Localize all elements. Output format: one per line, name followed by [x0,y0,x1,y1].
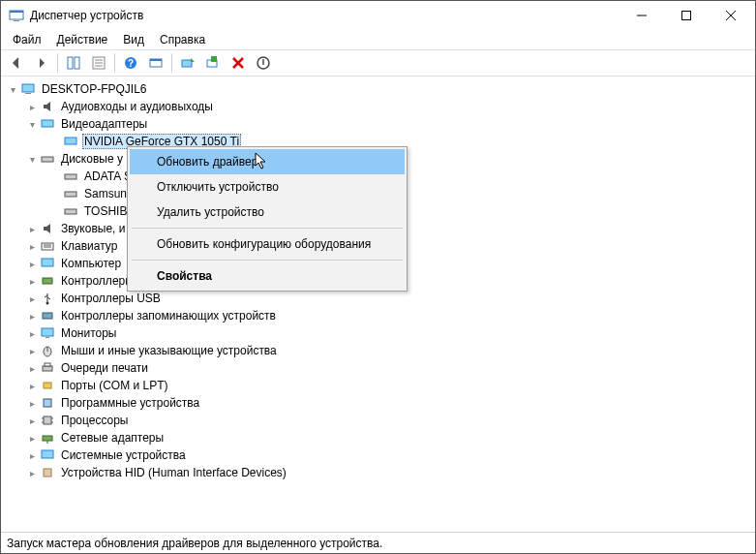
tree-category[interactable]: ▸Программные устройства [1,394,755,412]
separator [114,53,115,73]
toolbar: ? [1,49,755,77]
ctx-properties[interactable]: Свойства [130,263,405,289]
usb-icon [40,291,55,306]
menu-help[interactable]: Справка [152,31,213,48]
update-driver-button[interactable] [176,51,199,75]
mouse-icon [40,343,55,358]
help-button[interactable]: ? [119,51,142,75]
tree-category[interactable]: ▸Сетевые адаптеры [1,429,755,446]
root-label: DESKTOP-FPQJIL6 [40,82,148,96]
svg-rect-35 [43,313,52,319]
svg-rect-43 [44,399,51,407]
display-adapter-icon [63,134,78,149]
keyboard-icon [40,238,55,254]
chevron-right-icon[interactable]: ▸ [24,346,40,356]
svg-rect-22 [25,93,31,94]
chevron-right-icon[interactable]: ▸ [24,416,40,426]
svg-rect-36 [42,328,53,336]
chevron-right-icon[interactable]: ▸ [24,450,40,461]
statusbar: Запуск мастера обновления драйверов для … [1,532,755,553]
tree-category[interactable]: ▸Мониторы [1,324,755,342]
disk-icon [63,186,78,201]
window-controls [620,1,753,30]
menu-view[interactable]: Вид [115,31,152,48]
chevron-down-icon[interactable]: ▾ [24,119,40,130]
menu-action[interactable]: Действие [49,31,116,48]
chevron-right-icon[interactable]: ▸ [24,224,40,234]
svg-rect-21 [22,84,34,92]
forward-button[interactable] [30,51,53,75]
computer-icon [40,256,55,271]
ctx-update-driver[interactable]: Обновить драйвер [130,149,405,174]
maximize-button[interactable] [664,1,709,30]
tree-root[interactable]: ▾ DESKTOP-FPQJIL6 [1,80,755,98]
tree-category[interactable]: ▸Аудиовходы и аудиовыходы [1,98,755,115]
system-device-icon [40,447,55,463]
close-button[interactable] [709,1,753,30]
tree-category[interactable]: ▸Мыши и иные указывающие устройства [1,342,755,359]
ctx-remove-device[interactable]: Удалить устройство [130,200,405,225]
separator [132,260,403,261]
svg-rect-49 [43,436,52,441]
svg-point-34 [46,302,49,305]
chevron-right-icon[interactable]: ▸ [24,293,40,304]
network-icon [40,430,55,446]
svg-rect-2 [14,20,19,21]
svg-rect-33 [43,278,52,284]
svg-rect-4 [682,12,691,20]
action-button[interactable] [144,51,167,75]
tree-category[interactable]: ▸Устройства HID (Human Interface Devices… [1,464,755,481]
show-hide-tree-button[interactable] [62,51,85,75]
tree-category[interactable]: ▾Видеоадаптеры [1,115,755,133]
chevron-right-icon[interactable]: ▸ [24,259,40,269]
chevron-down-icon[interactable]: ▾ [24,154,40,165]
tree-category[interactable]: ▸Очереди печати [1,359,755,377]
chevron-right-icon[interactable]: ▸ [24,102,40,112]
chevron-right-icon[interactable]: ▸ [24,398,40,409]
chevron-right-icon[interactable]: ▸ [24,328,40,339]
disable-button[interactable] [252,51,275,75]
ports-icon [40,378,55,393]
ctx-scan-hardware[interactable]: Обновить конфигурацию оборудования [130,231,405,257]
minimize-button[interactable] [620,1,664,30]
svg-rect-8 [75,57,79,69]
disk-icon [63,169,78,184]
device-tree[interactable]: ▾ DESKTOP-FPQJIL6 ▸Аудиовходы и аудиовых… [1,77,755,532]
svg-rect-7 [68,57,73,69]
tree-category[interactable]: ▸Контроллеры запоминающих устройств [1,307,755,324]
svg-rect-23 [42,120,53,127]
properties-button[interactable] [87,51,110,75]
tree-category[interactable]: ▸Системные устройства [1,446,755,464]
chevron-right-icon[interactable]: ▸ [24,241,40,252]
ctx-disable-device[interactable]: Отключить устройство [130,174,405,200]
tree-category[interactable]: ▸Порты (COM и LPT) [1,377,755,394]
svg-rect-28 [65,209,76,214]
disk-icon [63,203,78,219]
svg-rect-52 [44,469,51,477]
menubar: Файл Действие Вид Справка [1,30,755,49]
scan-hardware-button[interactable] [201,51,225,75]
chevron-down-icon[interactable]: ▾ [5,84,20,95]
status-text: Запуск мастера обновления драйверов для … [7,537,382,550]
svg-rect-25 [42,157,53,162]
chevron-right-icon[interactable]: ▸ [24,311,40,322]
svg-text:?: ? [128,58,134,69]
chevron-right-icon[interactable]: ▸ [24,276,40,287]
disk-icon [40,151,55,167]
chevron-right-icon[interactable]: ▸ [24,468,40,478]
display-adapter-icon [40,116,55,132]
back-button[interactable] [5,51,28,75]
svg-rect-44 [44,416,51,424]
chevron-right-icon[interactable]: ▸ [24,433,40,444]
menu-file[interactable]: Файл [5,31,49,48]
chevron-right-icon[interactable]: ▸ [24,363,40,374]
uninstall-button[interactable] [227,51,250,75]
tree-category[interactable]: ▸Контроллеры USB [1,290,755,307]
print-queue-icon [40,360,55,376]
tree-category[interactable]: ▸Процессоры [1,412,755,429]
chevron-right-icon[interactable]: ▸ [24,381,40,391]
hid-icon [40,465,55,480]
sound-icon [40,221,55,236]
svg-rect-42 [44,383,51,388]
svg-rect-26 [65,174,76,179]
